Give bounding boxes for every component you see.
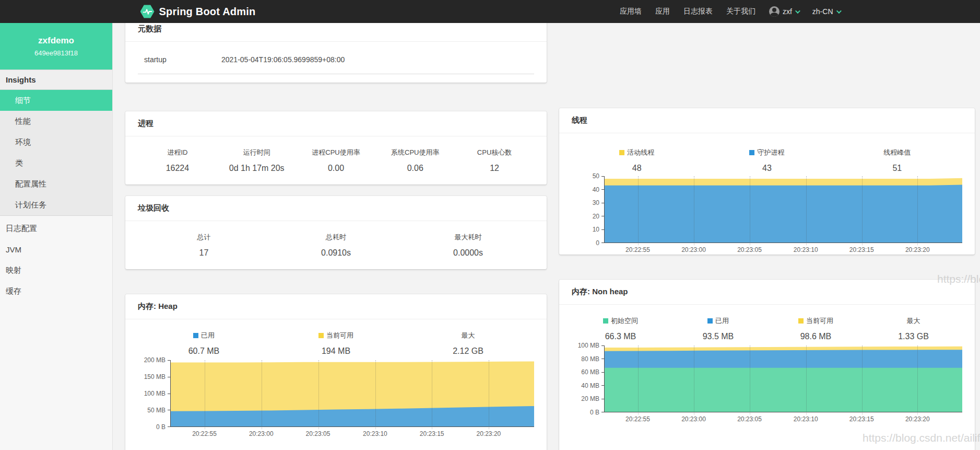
gc-card-title: 垃圾回收: [125, 196, 547, 221]
threads-chart: 01020304050 20:22:5520:23:0020:23:0520:2…: [572, 176, 962, 255]
instance-sidebar: zxfdemo 649ee9813f18 Insights 细节 性能 环境 类…: [0, 23, 113, 450]
instance-id: 649ee9813f18: [34, 49, 78, 57]
legend-swatch-icon: [749, 150, 754, 155]
legend-swatch-icon: [603, 318, 608, 324]
gc-card: 垃圾回收 总计 17 总耗时 0.0910s 最大耗时 0.0000s: [125, 196, 547, 269]
stat-uptime: 运行时间 0d 1h 17m 20s: [217, 148, 297, 173]
metadata-card-title: 元数据: [125, 23, 547, 42]
spring-boot-admin-logo-icon: [140, 5, 155, 19]
nav-link-wallboard[interactable]: 应用墙: [620, 7, 642, 16]
stat-gc-count: 总计 17: [138, 233, 270, 258]
stat-heap-used: 已用 60.7 MB: [138, 331, 270, 356]
sidebar-item-details[interactable]: 细节: [0, 90, 112, 111]
stat-system-cpu: 系统CPU使用率 0.06: [375, 148, 455, 173]
main-content: 元数据 startup 2021-05-04T19:06:05.9699859+…: [113, 23, 980, 450]
application-name: zxfdemo: [38, 36, 74, 46]
process-card-title: 进程: [125, 111, 547, 136]
heap-memory-chart: 0 B50 MB100 MB150 MB200 MB 20:22:5520:23…: [138, 360, 534, 439]
stat-threads-daemon: 守护进程 43: [702, 148, 832, 173]
sidebar-item-scheduled-tasks[interactable]: 计划任务: [0, 194, 112, 215]
language-selector[interactable]: zh-CN: [812, 7, 840, 16]
legend-swatch-icon: [318, 333, 324, 338]
threads-card-title: 线程: [559, 108, 975, 133]
metadata-card: 元数据 startup 2021-05-04T19:06:05.9699859+…: [125, 23, 547, 83]
user-avatar-icon: [769, 6, 780, 17]
stat-threads-peak: 线程峰值 51: [832, 148, 962, 173]
legend-swatch-icon: [619, 150, 624, 155]
stat-process-cpu: 进程CPU使用率 0.00: [297, 148, 376, 173]
legend-swatch-icon: [798, 318, 804, 324]
sidebar-item-environment[interactable]: 环境: [0, 132, 112, 153]
stat-nonheap-size: 当前可用 98.6 MB: [767, 316, 865, 341]
process-card: 进程 进程ID 16224 运行时间 0d 1h 17m 20s 进程CPU使用…: [125, 111, 547, 184]
heap-card-title: 内存: Heap: [125, 294, 547, 319]
sidebar-item-jvm[interactable]: JVM: [0, 239, 112, 260]
sidebar-item-caches[interactable]: 缓存: [0, 281, 112, 302]
stat-nonheap-used: 已用 93.5 MB: [669, 316, 767, 341]
nav-link-about[interactable]: 关于我们: [726, 7, 755, 16]
nonheap-memory-card: 内存: Non heap 初始空间 66.3 MB 已用 93.5 MB 当前可…: [559, 280, 975, 450]
metadata-value: 2021-05-04T19:06:05.9699859+08:00: [221, 55, 345, 64]
stat-gc-max-time: 最大耗时 0.0000s: [402, 233, 534, 258]
heap-memory-card: 内存: Heap 已用 60.7 MB 当前可用 194 MB 最大 2.12: [125, 294, 547, 450]
table-row: startup 2021-05-04T19:06:05.9699859+08:0…: [138, 48, 534, 74]
stat-heap-size: 当前可用 194 MB: [270, 331, 402, 356]
brand[interactable]: Spring Boot Admin: [140, 5, 256, 19]
legend-swatch-icon: [707, 318, 713, 324]
stat-threads-live: 活动线程 48: [572, 148, 702, 173]
language-label: zh-CN: [812, 7, 833, 16]
nav-link-journal[interactable]: 日志报表: [683, 7, 713, 16]
metadata-key: startup: [144, 55, 221, 64]
stat-pid: 进程ID 16224: [138, 148, 217, 173]
sidebar-item-configprops[interactable]: 配置属性: [0, 174, 112, 194]
stat-heap-max: 最大 2.12 GB: [402, 331, 534, 356]
chevron-down-icon: [795, 8, 800, 14]
top-navbar: Spring Boot Admin 应用墙 应用 日志报表 关于我们 zxf z…: [0, 0, 980, 23]
sidebar-item-metrics[interactable]: 性能: [0, 111, 112, 132]
sidebar-section-insights: Insights: [0, 70, 112, 90]
brand-title: Spring Boot Admin: [159, 6, 256, 18]
instance-header[interactable]: zxfdemo 649ee9813f18: [0, 23, 112, 70]
stat-nonheap-initial: 初始空间 66.3 MB: [572, 316, 669, 341]
sidebar-item-mappings[interactable]: 映射: [0, 260, 112, 281]
nonheap-card-title: 内存: Non heap: [559, 280, 975, 305]
user-menu[interactable]: zxf: [769, 6, 799, 17]
threads-card: 线程 活动线程 48 守护进程 43 线程峰值 51: [559, 108, 975, 255]
legend-swatch-icon: [193, 333, 198, 338]
user-name: zxf: [783, 7, 792, 16]
nonheap-memory-chart: 0 B20 MB40 MB60 MB80 MB100 MB 20:22:5520…: [572, 345, 962, 424]
stat-cpu-cores: CPU核心数 12: [455, 148, 534, 173]
stat-gc-total-time: 总耗时 0.0910s: [270, 233, 402, 258]
sidebar-item-loggers[interactable]: 日志配置: [0, 218, 112, 239]
nav-link-applications[interactable]: 应用: [655, 7, 670, 16]
sidebar-item-classes[interactable]: 类: [0, 153, 112, 174]
stat-nonheap-max: 最大 1.33 GB: [865, 316, 962, 341]
chevron-down-icon: [836, 8, 841, 14]
